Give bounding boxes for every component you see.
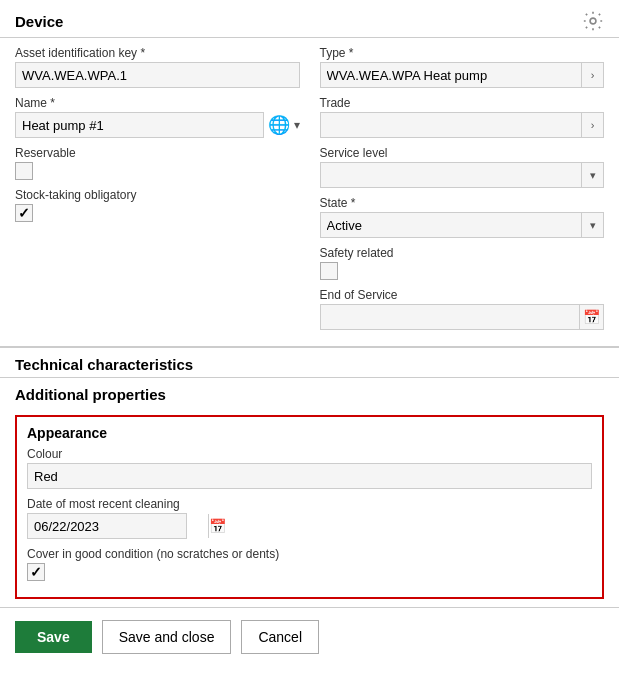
service-level-field-group: Service level ▾ — [320, 146, 605, 188]
trade-input-wrap: › — [320, 112, 605, 138]
reservable-checkbox[interactable] — [15, 162, 33, 180]
type-arrow-btn[interactable]: › — [581, 63, 603, 87]
name-field-wrap: 🌐 ▾ — [15, 112, 300, 138]
reservable-label: Reservable — [15, 146, 300, 160]
trade-label: Trade — [320, 96, 605, 110]
state-select[interactable]: Active — [321, 215, 582, 236]
trade-arrow-btn[interactable]: › — [581, 113, 603, 137]
globe-icon[interactable]: 🌐 — [268, 114, 290, 136]
save-and-close-button[interactable]: Save and close — [102, 620, 232, 654]
date-cleaning-input[interactable] — [28, 516, 208, 537]
service-level-select[interactable] — [321, 165, 582, 186]
date-cleaning-label: Date of most recent cleaning — [27, 497, 592, 511]
end-of-service-field-group: End of Service 📅 — [320, 288, 605, 330]
save-button[interactable]: Save — [15, 621, 92, 653]
name-label: Name * — [15, 96, 300, 110]
cover-condition-field-group: Cover in good condition (no scratches or… — [27, 547, 592, 581]
state-label: State * — [320, 196, 605, 210]
state-field-group: State * Active ▾ — [320, 196, 605, 238]
state-wrap: Active ▾ — [320, 212, 605, 238]
svg-point-0 — [590, 18, 596, 24]
date-cleaning-wrap: 📅 — [27, 513, 187, 539]
type-field-group: Type * › — [320, 46, 605, 88]
end-of-service-wrap: 📅 — [320, 304, 605, 330]
type-label: Type * — [320, 46, 605, 60]
date-cleaning-calendar-icon[interactable]: 📅 — [208, 514, 226, 538]
appearance-box: Appearance Colour Date of most recent cl… — [15, 415, 604, 599]
name-input[interactable] — [15, 112, 264, 138]
footer-bar: Save Save and close Cancel — [0, 607, 619, 666]
colour-label: Colour — [27, 447, 592, 461]
safety-related-label: Safety related — [320, 246, 605, 260]
state-arrow: ▾ — [581, 213, 603, 237]
date-cleaning-field-group: Date of most recent cleaning 📅 — [27, 497, 592, 539]
appearance-title: Appearance — [27, 425, 592, 441]
type-input-wrap: › — [320, 62, 605, 88]
stocktaking-checkbox[interactable] — [15, 204, 33, 222]
end-of-service-input[interactable] — [321, 307, 580, 328]
device-section-header: Device — [0, 0, 619, 38]
safety-related-checkbox[interactable] — [320, 262, 338, 280]
colour-field-group: Colour — [27, 447, 592, 489]
asset-id-input[interactable] — [15, 62, 300, 88]
cancel-button[interactable]: Cancel — [241, 620, 319, 654]
cover-condition-checkbox[interactable] — [27, 563, 45, 581]
main-container: Device Asset identification key * Name * — [0, 0, 619, 666]
asset-id-label: Asset identification key * — [15, 46, 300, 60]
colour-input[interactable] — [27, 463, 592, 489]
service-level-wrap: ▾ — [320, 162, 605, 188]
device-left-col: Asset identification key * Name * 🌐 ▾ Re… — [15, 46, 300, 338]
type-input[interactable] — [321, 65, 582, 86]
reservable-field-group: Reservable — [15, 146, 300, 180]
stocktaking-label: Stock-taking obligatory — [15, 188, 300, 202]
service-level-label: Service level — [320, 146, 605, 160]
device-fields: Asset identification key * Name * 🌐 ▾ Re… — [0, 38, 619, 347]
end-of-service-label: End of Service — [320, 288, 605, 302]
trade-input[interactable] — [321, 115, 582, 136]
name-field-group: Name * 🌐 ▾ — [15, 96, 300, 138]
stocktaking-field-group: Stock-taking obligatory — [15, 188, 300, 222]
safety-related-field-group: Safety related — [320, 246, 605, 280]
device-right-col: Type * › Trade › Service level — [320, 46, 605, 338]
technical-title: Technical characteristics — [0, 348, 619, 377]
gear-icon[interactable] — [582, 10, 604, 32]
trade-field-group: Trade › — [320, 96, 605, 138]
cover-condition-label: Cover in good condition (no scratches or… — [27, 547, 592, 561]
service-level-arrow: ▾ — [581, 163, 603, 187]
device-title: Device — [15, 13, 63, 30]
additional-title: Additional properties — [0, 378, 619, 407]
asset-id-field-group: Asset identification key * — [15, 46, 300, 88]
device-two-col: Asset identification key * Name * 🌐 ▾ Re… — [15, 46, 604, 338]
chevron-down-icon[interactable]: ▾ — [294, 118, 300, 132]
end-of-service-calendar-icon[interactable]: 📅 — [579, 305, 603, 329]
